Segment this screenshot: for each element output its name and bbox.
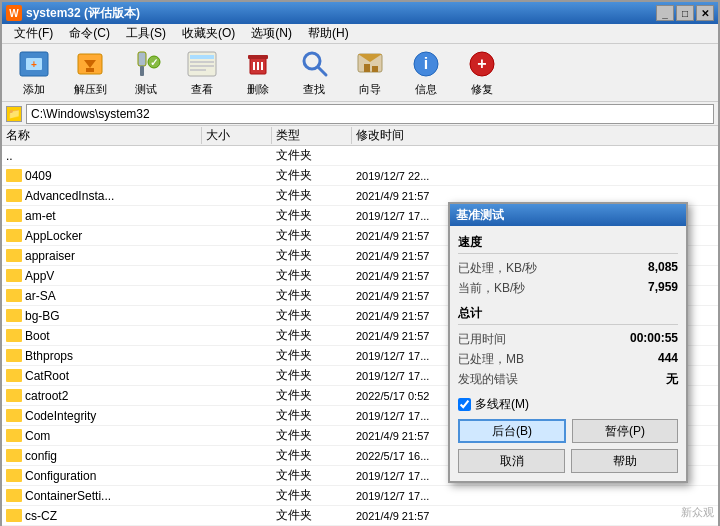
file-name-text: Boot [25,329,50,343]
speed-current-label: 当前，KB/秒 [458,280,525,297]
extract-button[interactable]: 解压到 [64,48,116,98]
title-bar: W system32 (评估版本) _ □ ✕ [2,2,718,24]
speed-section: 速度 已处理，KB/秒 8,085 当前，KB/秒 7,959 [458,234,678,297]
file-name-text: catroot2 [25,389,68,403]
file-name-text: config [25,449,57,463]
multithread-label[interactable]: 多线程(M) [475,396,529,413]
file-type-cell: 文件夹 [272,467,352,484]
svg-text:✓: ✓ [150,57,158,68]
add-label: 添加 [23,82,45,97]
file-date-cell: 2021/4/9 21:57 [352,190,512,202]
main-window: W system32 (评估版本) _ □ ✕ 文件(F) 命令(C) 工具(S… [0,0,720,526]
folder-icon [6,189,22,202]
info-button[interactable]: i 信息 [400,48,452,98]
menu-file[interactable]: 文件(F) [6,23,61,44]
wizard-icon [354,48,386,80]
file-name-text: AdvancedInsta... [25,189,114,203]
file-name-cell: .. [2,149,202,163]
table-row[interactable]: cs-CZ文件夹2021/4/9 21:57 [2,506,718,526]
file-name-cell: catroot2 [2,389,202,403]
watermark: 新众观 [681,505,714,520]
file-name-text: CatRoot [25,369,69,383]
repair-button[interactable]: + 修复 [456,48,508,98]
wizard-label: 向导 [359,82,381,97]
pause-button[interactable]: 暂停(P) [572,419,678,443]
toolbar: + 添加 解压到 ✓ [2,44,718,102]
menu-command[interactable]: 命令(C) [61,23,118,44]
app-icon: W [6,5,22,21]
col-type-header[interactable]: 类型 [272,127,352,144]
wizard-button[interactable]: 向导 [344,48,396,98]
file-name-cell: CodeIntegrity [2,409,202,423]
svg-rect-13 [190,65,214,67]
svg-rect-5 [86,68,94,72]
speed-processed-value: 8,085 [648,260,678,277]
svg-text:+: + [477,55,486,72]
folder-icon [6,349,22,362]
up-dir-icon: .. [6,149,13,163]
total-errors-row: 发现的错误 无 [458,371,678,388]
svg-rect-25 [372,66,378,72]
repair-label: 修复 [471,82,493,97]
svg-rect-16 [248,55,268,59]
file-type-cell: 文件夹 [272,487,352,504]
address-input[interactable] [26,104,714,124]
total-processed-value: 444 [658,351,678,368]
file-type-cell: 文件夹 [272,447,352,464]
add-icon: + [18,48,50,80]
menu-help[interactable]: 帮助(H) [300,23,357,44]
multithread-checkbox[interactable] [458,398,471,411]
file-name-text: ar-SA [25,289,56,303]
table-row[interactable]: ..文件夹 [2,146,718,166]
file-date-cell: 2019/12/7 22... [352,170,512,182]
col-size-header[interactable]: 大小 [202,127,272,144]
svg-rect-14 [190,69,206,71]
file-type-cell: 文件夹 [272,207,352,224]
help-button[interactable]: 帮助 [571,449,678,473]
col-date-header[interactable]: 修改时间 [352,127,512,144]
file-name-text: AppV [25,269,54,283]
folder-icon: 📁 [6,106,22,122]
file-name-cell: appraiser [2,249,202,263]
add-button[interactable]: + 添加 [8,48,60,98]
col-name-header[interactable]: 名称 [2,127,202,144]
table-row[interactable]: 0409文件夹2019/12/7 22... [2,166,718,186]
file-type-cell: 文件夹 [272,267,352,284]
file-type-cell: 文件夹 [272,147,352,164]
file-type-cell: 文件夹 [272,167,352,184]
folder-icon [6,289,22,302]
test-icon: ✓ [130,48,162,80]
file-name-cell: AppLocker [2,229,202,243]
file-name-cell: bg-BG [2,309,202,323]
file-type-cell: 文件夹 [272,347,352,364]
speed-processed-label: 已处理，KB/秒 [458,260,537,277]
address-bar: 📁 [2,102,718,126]
folder-icon [6,409,22,422]
view-button[interactable]: 查看 [176,48,228,98]
test-button[interactable]: ✓ 测试 [120,48,172,98]
menu-tools[interactable]: 工具(S) [118,23,174,44]
menu-favorites[interactable]: 收藏夹(O) [174,23,243,44]
folder-icon [6,369,22,382]
total-errors-label: 发现的错误 [458,371,518,388]
view-label: 查看 [191,82,213,97]
file-type-cell: 文件夹 [272,507,352,524]
delete-button[interactable]: 删除 [232,48,284,98]
find-button[interactable]: 查找 [288,48,340,98]
maximize-button[interactable]: □ [676,5,694,21]
background-button[interactable]: 后台(B) [458,419,566,443]
file-name-cell: config [2,449,202,463]
dialog-title-text: 基准测试 [456,207,504,224]
file-name-cell: AdvancedInsta... [2,189,202,203]
close-button[interactable]: ✕ [696,5,714,21]
total-errors-value: 无 [666,371,678,388]
minimize-button[interactable]: _ [656,5,674,21]
speed-current-row: 当前，KB/秒 7,959 [458,280,678,297]
table-row[interactable]: ContainerSetti...文件夹2019/12/7 17... [2,486,718,506]
svg-rect-24 [364,64,370,72]
file-name-cell: Bthprops [2,349,202,363]
test-label: 测试 [135,82,157,97]
total-processed-label: 已处理，MB [458,351,524,368]
cancel-button[interactable]: 取消 [458,449,565,473]
menu-options[interactable]: 选项(N) [243,23,300,44]
